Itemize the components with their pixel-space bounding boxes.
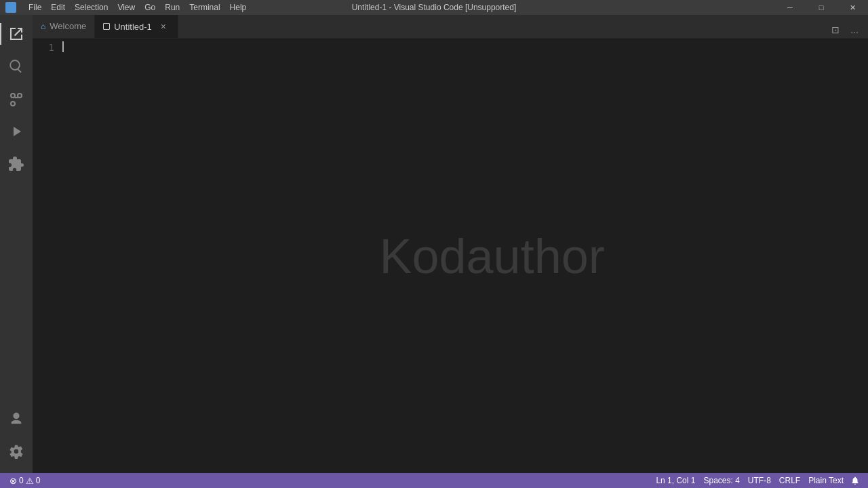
status-spaces[interactable]: Spaces: 4 [699, 473, 743, 488]
menu-items: File Edit Selection View Go Run Terminal… [24, 0, 250, 15]
tab-untitled[interactable]: Untitled-1 × [95, 14, 178, 38]
menu-help[interactable]: Help [226, 0, 251, 15]
split-editor-button[interactable]: ⊡ [827, 22, 844, 38]
activity-bar-bottom [0, 403, 33, 473]
tab-bar: ⌂ Welcome Untitled-1 × ⊡ ... [33, 15, 868, 39]
status-bar: ⊗ 0 ⚠ 0 Ln 1, Col 1 Spaces: 4 UTF-8 CRLF… [0, 473, 868, 488]
menu-bar: File Edit Selection View Go Run Terminal… [5, 0, 250, 15]
welcome-tab-icon: ⌂ [41, 22, 45, 31]
activity-bar [0, 15, 33, 473]
status-errors[interactable]: ⊗ 0 ⚠ 0 [5, 473, 44, 488]
welcome-tab-label: Welcome [50, 21, 86, 31]
language-text: Plain Text [808, 476, 844, 485]
tab-bar-actions: ⊡ ... [827, 22, 868, 38]
run-debug-activity-icon[interactable] [0, 115, 33, 148]
encoding-text: UTF-8 [748, 476, 771, 485]
window-title: Untitled-1 - Visual Studio Code [Unsuppo… [352, 3, 517, 12]
menu-view[interactable]: View [113, 0, 139, 15]
title-bar: File Edit Selection View Go Run Terminal… [0, 0, 868, 15]
source-control-activity-icon[interactable] [0, 83, 33, 115]
tab-welcome[interactable]: ⌂ Welcome [33, 14, 95, 38]
line-ending-text: CRLF [779, 476, 800, 485]
menu-file[interactable]: File [24, 0, 45, 15]
menu-edit[interactable]: Edit [47, 0, 69, 15]
vscode-logo [5, 2, 16, 13]
position-text: Ln 1, Col 1 [656, 476, 695, 485]
untitled-tab-icon [103, 23, 110, 30]
warning-icon: ⚠ [26, 476, 34, 486]
status-language[interactable]: Plain Text [804, 473, 848, 488]
menu-go[interactable]: Go [140, 0, 159, 15]
error-count: 0 [19, 476, 24, 485]
line-numbers: 1 [33, 39, 60, 473]
code-area[interactable] [60, 39, 868, 473]
menu-run[interactable]: Run [161, 0, 184, 15]
editor-content[interactable]: 1 Kodauthor [33, 39, 868, 473]
error-icon: ⊗ [9, 476, 17, 486]
spaces-text: Spaces: 4 [703, 476, 739, 485]
status-position[interactable]: Ln 1, Col 1 [652, 473, 699, 488]
status-right: Ln 1, Col 1 Spaces: 4 UTF-8 CRLF Plain T… [652, 473, 863, 488]
status-left: ⊗ 0 ⚠ 0 [5, 473, 44, 488]
menu-selection[interactable]: Selection [71, 0, 112, 15]
menu-terminal[interactable]: Terminal [185, 0, 224, 15]
close-button[interactable]: ✕ [837, 0, 868, 15]
main-layout: ⌂ Welcome Untitled-1 × ⊡ ... 1 [0, 15, 868, 473]
warning-count: 0 [36, 476, 41, 485]
text-cursor [62, 41, 64, 52]
active-tab-label: Untitled-1 [114, 22, 152, 32]
minimize-button[interactable]: ─ [774, 0, 806, 15]
editor-area: ⌂ Welcome Untitled-1 × ⊡ ... 1 [33, 15, 868, 473]
status-line-ending[interactable]: CRLF [775, 473, 804, 488]
account-activity-icon[interactable] [0, 403, 33, 435]
more-actions-button[interactable]: ... [846, 22, 863, 38]
settings-activity-icon[interactable] [0, 435, 33, 468]
status-encoding[interactable]: UTF-8 [744, 473, 775, 488]
tab-close-button[interactable]: × [157, 20, 170, 33]
extensions-activity-icon[interactable] [0, 148, 33, 180]
line-number-1: 1 [33, 41, 54, 54]
notifications-button[interactable] [848, 473, 863, 488]
window-controls: ─ □ ✕ [774, 0, 868, 15]
explorer-activity-icon[interactable] [0, 18, 33, 50]
search-activity-icon[interactable] [0, 50, 33, 83]
maximize-button[interactable]: □ [806, 0, 837, 15]
cursor-line [62, 41, 868, 52]
